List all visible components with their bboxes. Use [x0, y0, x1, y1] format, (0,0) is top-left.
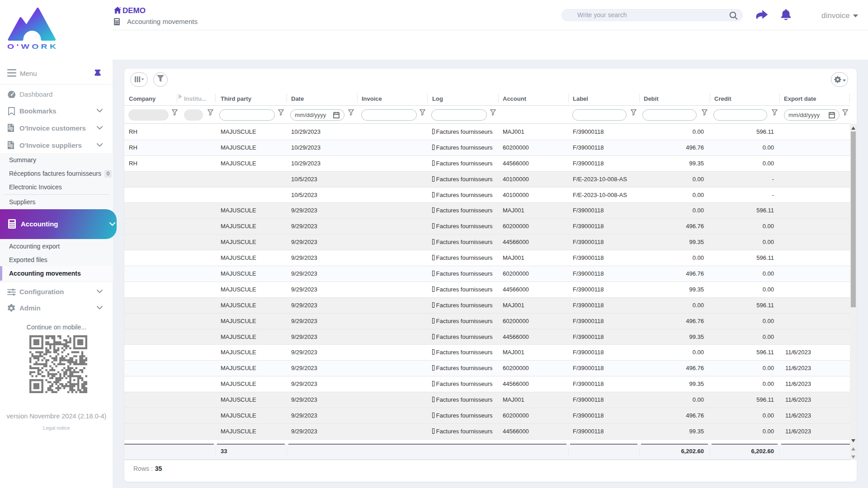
svg-text:O ' W O R K: O ' W O R K [7, 42, 56, 50]
